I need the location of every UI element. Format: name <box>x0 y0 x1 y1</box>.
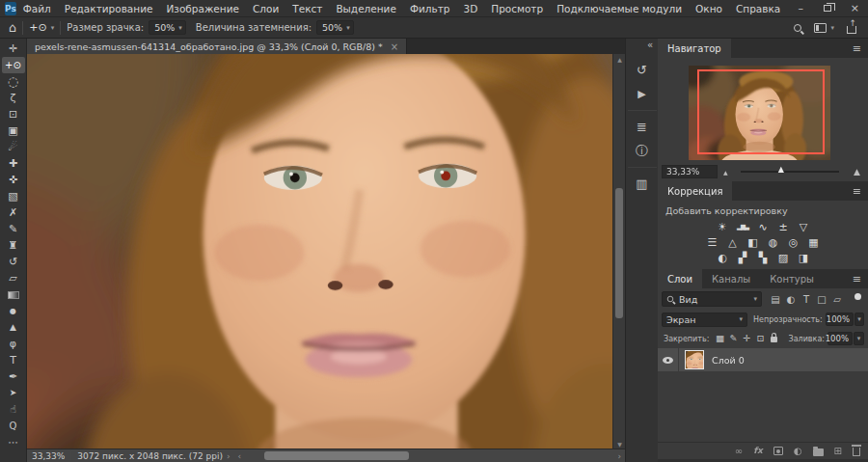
delete-layer-icon[interactable] <box>853 448 860 456</box>
gradient-tool[interactable] <box>2 286 25 303</box>
menu-type[interactable]: Текст <box>285 3 329 14</box>
properties-panel-icon[interactable]: ≣ <box>628 115 657 139</box>
red-eye-tool[interactable]: +⊙ <box>2 57 25 73</box>
eraser-tool[interactable]: ▱ <box>2 270 25 286</box>
black-white-icon[interactable]: ◧ <box>743 234 763 250</box>
type-tool[interactable]: T <box>2 352 25 368</box>
navigator-zoom-field[interactable]: 33,33% <box>662 165 718 178</box>
scroll-right-icon[interactable]: › <box>613 451 625 461</box>
patch-tool[interactable]: ▧ <box>2 188 25 204</box>
menu-view[interactable]: Просмотр <box>484 3 550 14</box>
exposure-icon[interactable]: ± <box>773 219 794 234</box>
pen-tool[interactable]: ✒ <box>2 368 25 385</box>
brush-tool[interactable]: ✎ <box>2 221 25 237</box>
menu-edit[interactable]: Редактирование <box>58 3 160 14</box>
share-icon[interactable] <box>847 26 856 34</box>
menu-layers[interactable]: Слои <box>246 3 285 14</box>
filter-toggle-icon[interactable] <box>854 293 861 300</box>
zoom-out-icon[interactable]: ▲ <box>723 169 728 176</box>
lock-all-icon[interactable] <box>767 333 780 344</box>
panel-menu-icon[interactable]: ≡ <box>853 42 861 55</box>
new-layer-icon[interactable]: ⊞ <box>834 447 842 456</box>
red-eye-tool-preset-icon[interactable]: +⊙ <box>29 21 46 34</box>
eyedropper-tool[interactable]: ☄ <box>2 139 25 155</box>
darken-amount-select[interactable]: 50%▾ <box>316 20 354 35</box>
hand-tool[interactable]: ☝ <box>2 401 25 418</box>
add-layer-mask-icon[interactable] <box>773 447 783 455</box>
filter-image-icon[interactable]: ▤ <box>768 294 783 305</box>
menu-plugins[interactable]: Подключаемые модули <box>550 3 689 14</box>
layer-effects-icon[interactable]: fx <box>753 447 763 455</box>
menu-window[interactable]: Окно <box>689 3 729 14</box>
new-adjustment-layer-icon[interactable]: ◐ <box>794 447 802 456</box>
home-icon[interactable]: ⌂ <box>9 20 16 35</box>
link-layers-icon[interactable]: ∞ <box>735 447 743 456</box>
close-button[interactable]: × <box>841 0 868 16</box>
opacity-dropdown-icon[interactable]: ▾ <box>854 313 864 326</box>
layer-name[interactable]: Слой 0 <box>712 355 745 366</box>
clone-stamp-tool[interactable]: ♜ <box>2 237 25 254</box>
panel-menu-icon[interactable]: ≡ <box>853 185 861 198</box>
edit-toolbar-button[interactable]: ••• <box>2 434 25 450</box>
collapse-panels-icon[interactable]: « <box>647 40 653 50</box>
status-zoom-field[interactable]: 33,33% <box>32 451 65 461</box>
chevron-down-icon[interactable]: ▾ <box>51 24 55 32</box>
menu-image[interactable]: Изображение <box>159 3 246 14</box>
photo-filter-icon[interactable]: ◍ <box>763 234 783 250</box>
filter-type-icon[interactable]: T <box>799 294 814 305</box>
filter-smart-object-icon[interactable]: ▱ <box>829 294 845 305</box>
layer-filter-select[interactable]: Вид ▾ <box>662 291 762 307</box>
layer-thumbnail[interactable] <box>685 350 704 369</box>
history-brush-tool[interactable]: ↺ <box>2 254 25 270</box>
crop-tool[interactable]: ▣ <box>2 122 25 139</box>
threshold-icon[interactable]: ▚ <box>753 250 773 265</box>
search-icon[interactable] <box>794 24 801 32</box>
vertical-scroll-thumb[interactable] <box>615 188 623 318</box>
levels-icon[interactable]: ▂▆▃ <box>737 223 748 231</box>
brightness-contrast-icon[interactable]: ☀ <box>713 219 733 234</box>
color-balance-icon[interactable]: △ <box>722 234 743 250</box>
elliptical-marquee-tool[interactable]: ◌ <box>2 73 25 90</box>
navigator-thumbnail[interactable] <box>689 66 830 160</box>
scroll-left-icon[interactable]: ‹ <box>234 451 246 461</box>
pupil-size-select[interactable]: 50%▾ <box>149 20 186 35</box>
lock-position-icon[interactable]: ✛ <box>740 333 753 344</box>
info-panel-icon[interactable]: ⓘ <box>628 139 657 163</box>
posterize-icon[interactable]: ▞ <box>733 250 753 265</box>
dodge-tool[interactable]: φ <box>2 336 25 352</box>
lock-pixels-icon[interactable]: ✎ <box>726 333 740 344</box>
healing-brush-tool[interactable]: ✜ <box>2 172 25 188</box>
workspace-icon[interactable] <box>814 23 827 33</box>
menu-3d[interactable]: 3D <box>456 3 484 14</box>
spot-healing-brush-tool[interactable]: ✚ <box>2 155 25 172</box>
channel-mixer-icon[interactable]: ◎ <box>783 234 803 250</box>
sharpen-tool[interactable]: ▲ <box>2 319 25 336</box>
tab-navigator[interactable]: Навигатор <box>658 39 731 58</box>
status-popup-icon[interactable]: › <box>223 451 234 461</box>
curves-icon[interactable]: ∿ <box>753 219 773 234</box>
menu-select[interactable]: Выделение <box>329 3 403 14</box>
history-panel-icon[interactable]: ↺ <box>628 58 657 82</box>
layer-row[interactable]: Слой 0 <box>658 348 868 371</box>
fill-dropdown-icon[interactable]: ▾ <box>854 332 864 345</box>
filter-shape-icon[interactable]: □ <box>814 294 829 305</box>
filter-adjustment-icon[interactable]: ◐ <box>783 294 799 305</box>
tab-adjustments[interactable]: Коррекция <box>658 181 732 201</box>
content-aware-move-tool[interactable]: ✗ <box>2 204 25 221</box>
new-group-icon[interactable] <box>813 448 824 456</box>
fill-field[interactable]: 100% <box>827 332 853 345</box>
tab-layers[interactable]: Слои <box>658 269 702 288</box>
lock-artboard-icon[interactable]: ⊡ <box>753 333 767 344</box>
color-lookup-icon[interactable]: ▦ <box>803 234 824 250</box>
invert-icon[interactable]: ◐ <box>713 250 733 265</box>
document-tab[interactable]: pexels-rene-asmussen-641314_обработано.j… <box>27 39 407 54</box>
panel-menu-icon[interactable]: ≡ <box>853 273 861 285</box>
move-tool[interactable]: ✛ <box>2 41 25 57</box>
path-selection-tool[interactable]: ➤ <box>2 385 25 401</box>
gradient-map-icon[interactable]: ▨ <box>773 250 794 265</box>
minimize-button[interactable]: – <box>787 0 814 16</box>
horizontal-scroll-thumb[interactable] <box>264 451 409 460</box>
layer-visibility-cell[interactable] <box>658 348 679 371</box>
lasso-tool[interactable]: ζ <box>2 90 25 106</box>
libraries-panel-icon[interactable]: ▥ <box>628 172 657 196</box>
